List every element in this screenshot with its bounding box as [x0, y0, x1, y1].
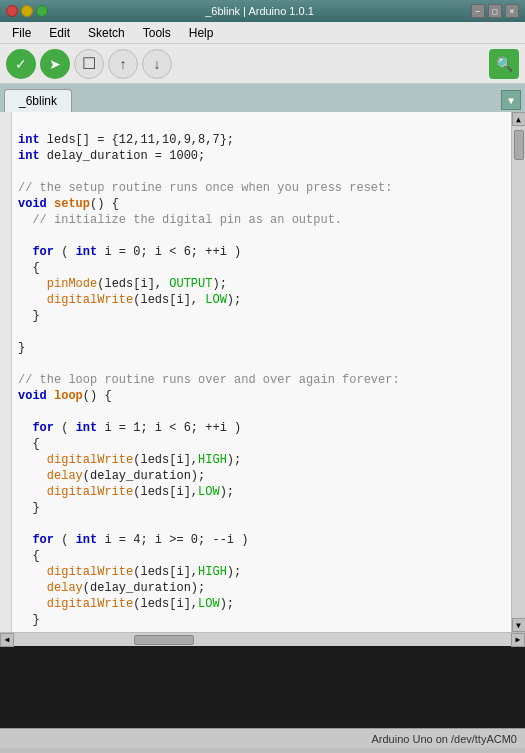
- save-button[interactable]: ↓: [142, 49, 172, 79]
- tab-bar: _6blink ▼: [0, 84, 525, 112]
- status-text: Arduino Uno on /dev/ttyACM0: [371, 733, 517, 745]
- serial-monitor-button[interactable]: 🔍: [489, 49, 519, 79]
- scroll-thumb-v[interactable]: [514, 130, 524, 160]
- win-btn-2[interactable]: □: [488, 4, 502, 18]
- horizontal-scrollbar[interactable]: ◀ ▶: [0, 632, 525, 646]
- open-button[interactable]: ↑: [108, 49, 138, 79]
- line-numbers: [0, 112, 12, 632]
- editor-area: int leds[] = {12,11,10,9,8,7}; int delay…: [0, 112, 525, 632]
- verify-button[interactable]: ✓: [6, 49, 36, 79]
- win-btn-3[interactable]: ×: [505, 4, 519, 18]
- win-btn-1[interactable]: −: [471, 4, 485, 18]
- menu-file[interactable]: File: [4, 24, 39, 42]
- vertical-scrollbar[interactable]: ▲ ▼: [511, 112, 525, 632]
- minimize-icon[interactable]: [21, 5, 33, 17]
- menu-bar: File Edit Sketch Tools Help: [0, 22, 525, 44]
- window-title: _6blink | Arduino 1.0.1: [52, 5, 467, 17]
- console-area: [0, 646, 525, 728]
- menu-sketch[interactable]: Sketch: [80, 24, 133, 42]
- close-icon[interactable]: [6, 5, 18, 17]
- status-bar: Arduino Uno on /dev/ttyACM0: [0, 728, 525, 748]
- upload-button[interactable]: ➤: [40, 49, 70, 79]
- title-bar: _6blink | Arduino 1.0.1 − □ ×: [0, 0, 525, 22]
- scroll-left-button[interactable]: ◀: [0, 633, 14, 647]
- title-bar-right-buttons: − □ ×: [471, 4, 519, 18]
- scroll-down-button[interactable]: ▼: [512, 618, 526, 632]
- scroll-thumb-h[interactable]: [134, 635, 194, 645]
- tab-dropdown-button[interactable]: ▼: [501, 90, 521, 110]
- maximize-icon[interactable]: [36, 5, 48, 17]
- menu-edit[interactable]: Edit: [41, 24, 78, 42]
- toolbar: ✓ ➤ ☐ ↑ ↓ 🔍: [0, 44, 525, 84]
- scroll-right-button[interactable]: ▶: [511, 633, 525, 647]
- new-button[interactable]: ☐: [74, 49, 104, 79]
- scroll-track-h[interactable]: [14, 633, 511, 646]
- scroll-up-button[interactable]: ▲: [512, 112, 526, 126]
- scroll-track-v[interactable]: [512, 126, 525, 618]
- menu-help[interactable]: Help: [181, 24, 222, 42]
- code-editor[interactable]: int leds[] = {12,11,10,9,8,7}; int delay…: [12, 112, 511, 632]
- tab-6blink[interactable]: _6blink: [4, 89, 72, 112]
- window-controls[interactable]: [6, 5, 48, 17]
- menu-tools[interactable]: Tools: [135, 24, 179, 42]
